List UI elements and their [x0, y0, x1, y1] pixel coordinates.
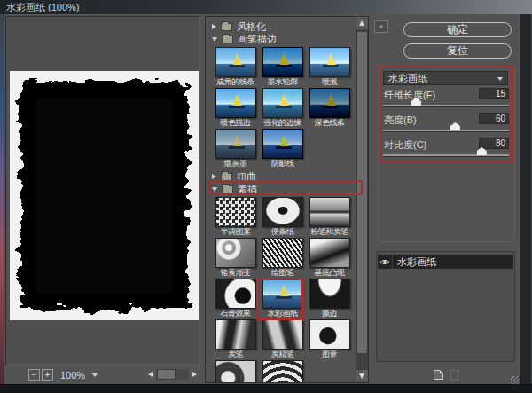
filter-item[interactable]: 喷溅 [306, 47, 353, 87]
filter-item[interactable]: 墨水轮廓 [259, 47, 306, 87]
layers-toolbar [372, 370, 520, 382]
filter-thumbnail[interactable] [215, 360, 256, 382]
slider-value-field[interactable]: 15 [479, 88, 509, 99]
filter-thumbnail[interactable] [309, 88, 350, 118]
delete-effect-layer-icon[interactable] [450, 372, 458, 381]
filter-thumbnail[interactable] [262, 197, 303, 227]
reset-button[interactable]: 复位 [403, 43, 512, 59]
filter-thumbnail-grid: 成角的线条墨水轮廓喷溅喷色描边强化的边缘深色线条烟灰墨阴影线 [206, 47, 356, 169]
filter-item[interactable]: 绘图笔 [259, 238, 306, 278]
slider-thumb[interactable] [450, 122, 460, 130]
filter-item[interactable]: 成角的线条 [212, 47, 259, 87]
category-name: 风格化 [237, 20, 266, 34]
filter-thumbnail[interactable] [309, 47, 350, 77]
filter-item[interactable]: 石膏效果 [212, 279, 259, 318]
filter-item[interactable]: 炭精笔 [259, 319, 306, 359]
slider-block: 纤维长度(F)15 [383, 87, 509, 112]
filter-item[interactable]: 便条纸 [259, 197, 306, 237]
filter-thumbnail[interactable] [262, 129, 303, 159]
effect-layer-row[interactable]: 水彩画纸 [378, 255, 513, 269]
preview-horizontal-scrollbar[interactable] [145, 369, 200, 380]
preview-pane[interactable] [5, 16, 200, 365]
filter-item[interactable] [212, 360, 259, 382]
category-header[interactable]: 风格化 [206, 20, 356, 33]
filter-item[interactable]: 半调图案 [212, 197, 259, 237]
effect-layer-name: 水彩画纸 [393, 255, 436, 269]
slider-label: 对比度(C) [384, 138, 426, 152]
filter-thumbnail[interactable] [262, 47, 303, 77]
preview-status-bar: − + 100% [5, 365, 200, 384]
zoom-in-button[interactable]: + [42, 369, 53, 381]
filter-item[interactable]: 阴影线 [259, 129, 306, 169]
scroll-right-icon[interactable] [189, 369, 200, 380]
filter-thumbnail[interactable] [309, 238, 350, 268]
filter-thumbnail[interactable] [215, 319, 256, 350]
filter-item[interactable]: 强化的边缘 [259, 88, 306, 128]
slider-track[interactable] [383, 105, 509, 106]
filter-thumbnail[interactable] [215, 129, 256, 159]
filter-thumbnail[interactable] [309, 319, 350, 350]
category-header[interactable]: 扭曲 [206, 170, 356, 183]
filter-item[interactable] [259, 360, 306, 382]
category-name: 素描 [238, 183, 257, 196]
filter-thumbnail-selected[interactable] [262, 279, 303, 309]
filter-item[interactable]: 炭笔 [212, 319, 259, 359]
filter-thumbnail[interactable] [215, 197, 256, 227]
filter-thumbnail[interactable] [262, 238, 303, 268]
filter-item[interactable]: 撕边 [306, 279, 353, 318]
slider-track[interactable] [383, 130, 509, 131]
slider-value-field[interactable]: 60 [479, 113, 509, 124]
filter-thumbnail[interactable] [262, 319, 303, 350]
chevron-down-icon [497, 77, 503, 81]
new-effect-layer-icon[interactable] [434, 370, 443, 380]
filter-item[interactable]: 水彩画纸 [259, 279, 306, 318]
filter-thumbnail-label: 水彩画纸 [259, 309, 306, 318]
resize-grip-icon[interactable] [511, 376, 519, 384]
filter-list-scrollbar[interactable] [356, 17, 368, 382]
filter-thumbnail[interactable] [262, 88, 303, 118]
scroll-up-icon[interactable] [356, 17, 368, 29]
filter-thumbnail-label: 喷溅 [306, 77, 353, 87]
filter-thumbnail-label: 便条纸 [259, 227, 306, 237]
filter-thumbnail[interactable] [309, 197, 350, 227]
filter-item[interactable]: 基底凸现 [306, 238, 353, 278]
zoom-level-value[interactable]: 100% [60, 370, 85, 381]
filter-item[interactable]: 烟灰墨 [212, 129, 259, 169]
settings-panel: « 确定 复位 水彩画纸 纤维长度(F)15亮度(B)60对比度(C)80 水彩… [372, 16, 520, 383]
filter-thumbnail-label: 炭笔 [212, 350, 259, 359]
zoom-dropdown-icon[interactable] [91, 373, 98, 377]
filter-thumbnail[interactable] [215, 279, 256, 309]
folder-icon [221, 173, 232, 181]
slider-value-field[interactable]: 80 [479, 138, 509, 149]
preview-image [10, 71, 199, 320]
filter-thumbnail-label: 基底凸现 [306, 268, 353, 278]
filter-item[interactable]: 图章 [306, 319, 353, 359]
filter-thumbnail[interactable] [215, 238, 256, 268]
v-scrollbar-thumb[interactable] [356, 31, 368, 354]
zoom-out-button[interactable]: − [28, 369, 40, 381]
h-scrollbar-thumb[interactable] [157, 369, 176, 380]
filter-thumbnail[interactable] [215, 88, 256, 118]
visibility-eye-icon[interactable] [378, 255, 393, 269]
filter-thumbnail[interactable] [215, 47, 256, 77]
folder-icon [222, 185, 233, 193]
filter-thumbnail-label: 阴影线 [259, 159, 306, 169]
filter-item[interactable]: 喷色描边 [212, 88, 259, 128]
window-frame-bottom [0, 384, 532, 393]
expanded-arrow-icon [212, 37, 217, 42]
filter-select-dropdown[interactable]: 水彩画纸 [383, 71, 508, 85]
collapse-filter-panel-button[interactable]: « [374, 20, 388, 33]
filter-thumbnail[interactable] [309, 279, 350, 309]
collapsed-arrow-icon [212, 174, 216, 179]
category-header[interactable]: 素描 [206, 183, 356, 195]
filter-item[interactable]: 深色线条 [306, 88, 353, 128]
category-header[interactable]: 画笔描边 [206, 33, 356, 45]
scroll-left-icon[interactable] [145, 369, 156, 380]
filter-item[interactable]: 粉笔和炭笔 [306, 197, 353, 237]
slider-track[interactable] [383, 154, 509, 156]
filter-thumbnail[interactable] [262, 360, 303, 382]
filter-item[interactable]: 铬黄渐变 [212, 238, 259, 278]
filter-thumbnail-grid: 半调图案便条纸粉笔和炭笔铬黄渐变绘图笔基底凸现石膏效果水彩画纸撕边炭笔炭精笔图章 [206, 197, 356, 382]
scroll-down-icon[interactable] [356, 370, 368, 382]
ok-button[interactable]: 确定 [403, 22, 512, 37]
